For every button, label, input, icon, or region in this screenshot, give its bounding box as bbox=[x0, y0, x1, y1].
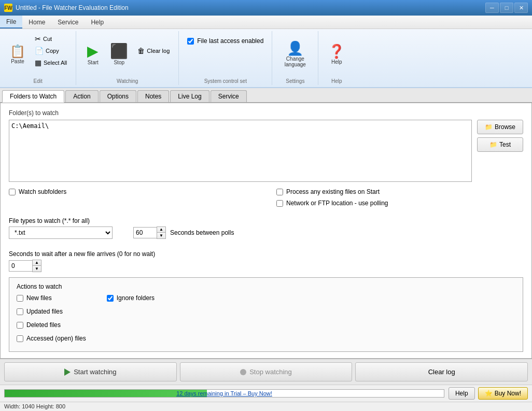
tab-service[interactable]: Service bbox=[211, 90, 247, 102]
cut-button[interactable]: ✂ Cut bbox=[31, 33, 71, 45]
test-button[interactable]: 📁 Test bbox=[477, 137, 523, 152]
updated-files-label: Updated files bbox=[26, 308, 63, 315]
new-files-row: New files bbox=[17, 294, 86, 302]
clear-log-label: Clear log bbox=[147, 48, 170, 54]
network-ftp-checkbox[interactable] bbox=[276, 200, 283, 207]
select-all-button[interactable]: ▦ Select All bbox=[31, 57, 71, 68]
start-button[interactable]: ▶ Start bbox=[81, 41, 104, 68]
copy-button[interactable]: 📄 Copy bbox=[31, 45, 71, 56]
file-last-access-checkbox[interactable] bbox=[187, 38, 194, 45]
ribbon-group-watching: ▶ Start ⬛ Stop 🗑 Clear log Watching bbox=[76, 31, 179, 85]
polls-spin-up[interactable]: ▲ bbox=[157, 227, 165, 233]
help-trial-button[interactable]: Help bbox=[449, 387, 475, 400]
ribbon-group-system: File last access enabled System control … bbox=[179, 31, 272, 85]
browse-icon: 📁 bbox=[485, 123, 493, 131]
file-last-access-label: File last access enabled bbox=[197, 37, 263, 45]
tab-action[interactable]: Action bbox=[65, 90, 98, 102]
seconds-wait-label: Seconds to wait after a new file arrives… bbox=[9, 250, 523, 258]
progress-container: 12 days remaining in Trial – Buy Now! bbox=[4, 389, 444, 398]
status-text: Width: 1040 Height: 800 bbox=[4, 403, 65, 409]
clear-log-button[interactable]: 🗑 Clear log bbox=[134, 45, 173, 56]
new-files-checkbox[interactable] bbox=[17, 295, 23, 302]
wait-spin-down[interactable]: ▼ bbox=[33, 266, 41, 272]
paste-label: Paste bbox=[11, 59, 24, 64]
status-bar: Width: 1040 Height: 800 bbox=[0, 402, 532, 410]
folder-section-label: Folder(s) to watch bbox=[9, 109, 523, 117]
polls-spin-down[interactable]: ▼ bbox=[157, 233, 165, 238]
browse-label: Browse bbox=[495, 123, 515, 131]
title-bar: FW Untitled - File Watcher Evaluation Ed… bbox=[0, 0, 532, 16]
tab-live-log[interactable]: Live Log bbox=[170, 90, 209, 102]
folder-textarea[interactable]: C:\Aemail\ bbox=[9, 120, 472, 182]
change-language-button[interactable]: 👤 Change language bbox=[277, 39, 313, 70]
window-controls: ─ □ ✕ bbox=[485, 3, 528, 13]
window-title: Untitled - File Watcher Evaluation Editi… bbox=[16, 4, 485, 11]
main-content: Folder(s) to watch C:\Aemail\ 📁 Browse 📁… bbox=[0, 103, 532, 359]
file-types-select[interactable]: *.txt bbox=[9, 226, 113, 239]
file-types-label: File types to watch (*.* for all) bbox=[9, 217, 113, 224]
wait-spin-up[interactable]: ▲ bbox=[33, 260, 41, 266]
process-existing-row: Process any existing files on Start bbox=[276, 188, 523, 195]
process-existing-checkbox[interactable] bbox=[276, 189, 283, 195]
start-label: Start bbox=[88, 60, 99, 65]
clear-log-bottom-label: Clear log bbox=[428, 368, 455, 376]
stop-watching-circle-icon bbox=[240, 369, 246, 375]
cut-icon: ✂ bbox=[35, 35, 41, 43]
close-button[interactable]: ✕ bbox=[514, 3, 528, 13]
menu-home[interactable]: Home bbox=[22, 16, 51, 29]
browse-button[interactable]: 📁 Browse bbox=[477, 120, 523, 134]
start-icon: ▶ bbox=[87, 44, 99, 59]
stop-label: Stop bbox=[114, 60, 124, 65]
start-watching-button[interactable]: Start watching bbox=[4, 362, 177, 381]
tab-options[interactable]: Options bbox=[100, 90, 136, 102]
stop-watching-button[interactable]: Stop watching bbox=[180, 362, 353, 381]
settings-group-label: Settings bbox=[272, 78, 318, 84]
watch-subfolders-checkbox[interactable] bbox=[9, 189, 16, 195]
paste-icon: 📋 bbox=[10, 45, 25, 58]
select-all-icon: ▦ bbox=[35, 59, 41, 67]
menu-file[interactable]: File bbox=[0, 16, 22, 29]
polls-input[interactable] bbox=[133, 227, 157, 238]
clear-log-icon: 🗑 bbox=[137, 47, 145, 55]
paste-button[interactable]: 📋 Paste bbox=[5, 42, 30, 67]
left-col: Watch subfolders bbox=[9, 188, 256, 211]
tab-notes[interactable]: Notes bbox=[137, 90, 169, 102]
ignore-folders-checkbox[interactable] bbox=[107, 295, 114, 302]
polls-group: ▲ ▼ Seconds between polls bbox=[133, 226, 234, 239]
deleted-files-label: Deleted files bbox=[26, 321, 61, 329]
file-types-group: File types to watch (*.* for all) *.txt bbox=[9, 217, 113, 239]
tab-folders-to-watch[interactable]: Folders to Watch bbox=[2, 90, 64, 103]
clear-log-bottom-button[interactable]: Clear log bbox=[355, 362, 528, 381]
ignore-folders-label: Ignore folders bbox=[117, 294, 155, 302]
help-button[interactable]: ❓ Help bbox=[324, 42, 349, 67]
buy-now-button[interactable]: ⭐ Buy Now! bbox=[478, 387, 528, 400]
seconds-wait-spinner: ▲ ▼ bbox=[9, 260, 523, 272]
stop-watching-label: Stop watching bbox=[249, 368, 292, 376]
select-all-label: Select All bbox=[44, 60, 67, 66]
accessed-files-label: Accessed (open) files bbox=[26, 335, 86, 342]
options-columns: Watch subfolders Process any existing fi… bbox=[9, 188, 523, 211]
stop-button[interactable]: ⬛ Stop bbox=[105, 41, 133, 68]
menu-bar: File Home Service Help bbox=[0, 16, 532, 29]
edit-group-label: Edit bbox=[0, 78, 76, 84]
trial-link[interactable]: 12 days remaining in Trial – Buy Now! bbox=[5, 390, 444, 397]
minimize-button[interactable]: ─ bbox=[485, 3, 499, 13]
ribbon-group-help: ❓ Help Help bbox=[318, 31, 355, 85]
help-group-label: Help bbox=[318, 78, 355, 84]
start-watching-arrow-icon bbox=[64, 369, 71, 376]
accessed-files-checkbox[interactable] bbox=[17, 335, 23, 342]
updated-files-checkbox[interactable] bbox=[17, 308, 23, 315]
folder-buttons: 📁 Browse 📁 Test bbox=[477, 120, 523, 182]
deleted-files-checkbox[interactable] bbox=[17, 322, 23, 329]
polls-label: Seconds between polls bbox=[170, 229, 234, 236]
menu-service[interactable]: Service bbox=[51, 16, 85, 29]
menu-help[interactable]: Help bbox=[85, 16, 110, 29]
accessed-files-row: Accessed (open) files bbox=[17, 335, 86, 342]
maximize-button[interactable]: □ bbox=[500, 3, 513, 13]
actions-box: Actions to watch New files Updated files… bbox=[9, 277, 523, 352]
help-icon: ❓ bbox=[328, 45, 345, 58]
actions-columns: New files Updated files Deleted files Ac… bbox=[17, 294, 515, 346]
ribbon: 📋 Paste ✂ Cut 📄 Copy ▦ Select All Edit bbox=[0, 29, 532, 88]
seconds-wait-input[interactable] bbox=[9, 260, 32, 272]
help-label: Help bbox=[331, 59, 342, 65]
